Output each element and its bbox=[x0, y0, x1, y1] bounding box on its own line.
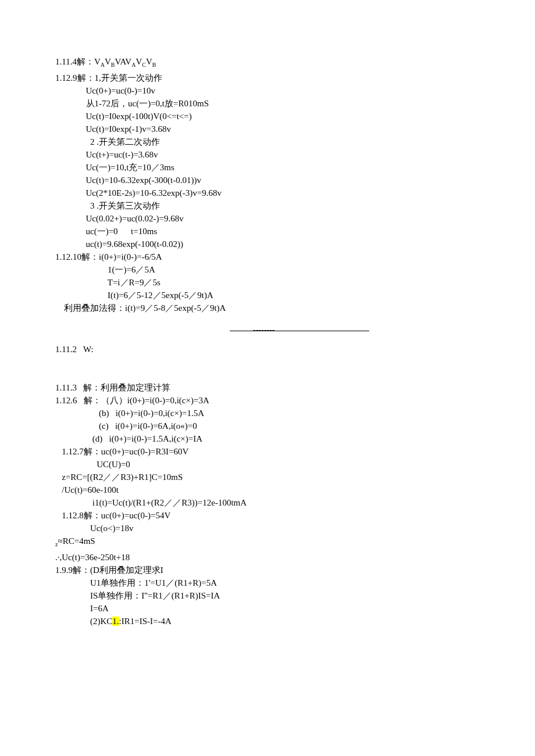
line-kc1: (2)KC1.:IR1=IS-I=-4A bbox=[55, 615, 483, 628]
line-uct1: Uc(t)=I0exp(-100t)V(0<=t<=) bbox=[55, 110, 483, 123]
line-1-12-6: 1.12.6 解：（八）i(0+)=i(0-)=0,i(c×)=3A bbox=[55, 394, 483, 407]
line-switch2: 2 .开关第二次动作 bbox=[55, 135, 483, 148]
line-1-12-10: 1.12.10解：i(0+)=i(0-)=-6/5A bbox=[55, 250, 483, 263]
line-1-9-9: 1.9.9解：(D利用叠加定理求I bbox=[55, 564, 483, 576]
line-uct2: Uc(t)=I0exp(-1)v=3.68v bbox=[55, 123, 483, 135]
line-switch3: 3 .开关第三次动作 bbox=[55, 199, 483, 212]
line-tir: T=i／R=9／5s bbox=[55, 276, 483, 289]
line-uc2e: Uc(2*10E-2s)=10-6.32exp(-3)v=9.68v bbox=[55, 187, 483, 199]
line-1inf: 1(一)=6／5A bbox=[55, 263, 483, 276]
line-uct3: Uc(t+)=uc(t-)=3.68v bbox=[55, 148, 483, 161]
line-1-11-3: 1.11.3 解：利用叠加定理计算 bbox=[55, 381, 483, 394]
line-i6a: I=6A bbox=[55, 602, 483, 615]
line-uc18: Uc(o<)=18v bbox=[55, 522, 483, 535]
line-it: I(t)=6／5-12／5exp(-5／9t)A bbox=[55, 289, 483, 302]
document-page: 1.11.4解：VAVBVAVAVCVB 1.12.9解：1,开关第一次动作 U… bbox=[0, 0, 535, 674]
line-1-12-7: 1.12.7解：uc(0+)=uc(0-)=R3I=60V bbox=[55, 445, 483, 458]
line-1-12-6d: (d) i(0+)=i(0-)=1.5A,i(c×)=IA bbox=[55, 432, 483, 445]
line-uc002: Uc(0.02+)=uc(0.02-)=9.68v bbox=[55, 212, 483, 225]
line-1-11-2: 1.11.2 W: bbox=[55, 343, 483, 356]
divider-dashes: -------- bbox=[253, 324, 274, 336]
spacer bbox=[55, 356, 483, 381]
line-ucu: UC(U)=0 bbox=[55, 458, 483, 471]
highlighted-text: 1. bbox=[112, 617, 119, 626]
line-uct36: .∙,Uc(t)=36e-250t+18 bbox=[55, 551, 483, 564]
line-zrc4: z≈RC=4mS bbox=[55, 535, 483, 551]
line-tfang: 从1-72后，uc(一)=0,t放=R010mS bbox=[55, 97, 483, 110]
line-u1: U1单独作用：1'=U1／(R1+R)=5A bbox=[55, 576, 483, 589]
line-zrc: z=RC=[(R2／／R3)+R1]C=10mS bbox=[55, 471, 483, 483]
line-1-12-9-title: 1.12.9解：1,开关第一次动作 bbox=[55, 71, 483, 84]
line-1-11-4: 1.11.4解：VAVBVAVAVCVB bbox=[55, 55, 483, 71]
line-1-12-6c: (c) i(0+)=i(0-)=6A,i(o«)=0 bbox=[55, 420, 483, 432]
line-tchong: Uc(一)=10,t充=10／3ms bbox=[55, 161, 483, 174]
line-uc-inf: uc(一)=0 t=10ms bbox=[55, 225, 483, 238]
line-superpos: 利用叠加法得：i(t)=9／5-8／5exp(-5／9t)A bbox=[55, 302, 483, 314]
line-is: IS单独作用：I''=R1／(R1+R)IS=IA bbox=[55, 589, 483, 602]
line-1-12-6b: (b) i(0+)=i(0-)=0,i(c×)=1.5A bbox=[55, 407, 483, 420]
section-divider: -------- bbox=[230, 331, 369, 331]
line-uct5: uc(t)=9.68exp(-100(t-0.02)) bbox=[55, 238, 483, 250]
line-uct60: /Uc(t)=60e-100t bbox=[55, 483, 483, 496]
line-i1t: i1(t)=Uc(t)/(R1+(R2／／R3))=12e-100tmA bbox=[55, 496, 483, 509]
line-uct4: Uc(t)=10-6.32exp(-300(t-0.01))v bbox=[55, 174, 483, 187]
line-1-12-8: 1.12.8解：uc(0+)=uc(0-)=54V bbox=[55, 509, 483, 522]
line-uc0: Uc(0+)=uc(0-)=10v bbox=[55, 84, 483, 97]
